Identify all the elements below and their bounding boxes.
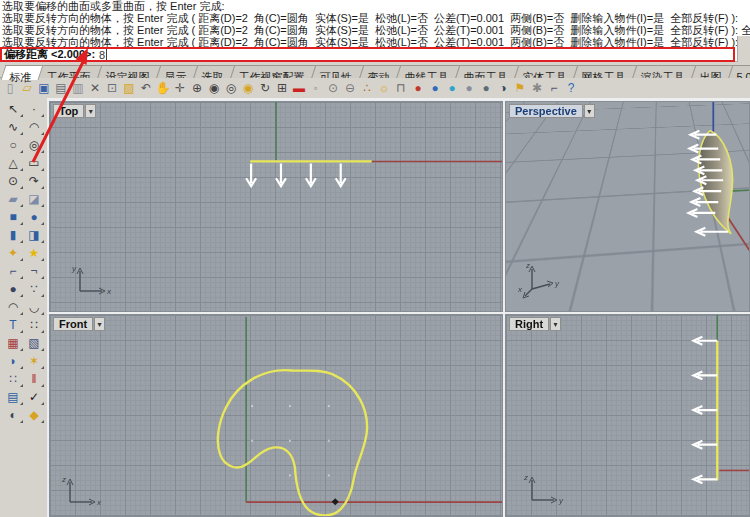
control-points-icon[interactable]: ∴ [359,80,375,97]
zoom-window-icon[interactable]: ◉ [206,80,222,97]
curve-tool[interactable]: ∿ [3,118,24,136]
standard-toolbar: ▯▱▣▤▥✕⊡▨↶✋✛⊕◉◎◉↻⊞▬◦⊙⊖∴☼⊓●●●●●◑⚑✱⌐? [0,78,750,98]
check-tool[interactable]: ✓ [24,388,45,406]
circle-tool[interactable]: ○ [3,136,24,154]
rendered-mode-icon[interactable]: ● [444,80,460,97]
dimension-tool[interactable]: ‖ [24,370,45,388]
boolean-diff-tool[interactable]: ◐ [3,406,24,424]
svg-text:z: z [525,261,530,270]
viewport-title-perspective[interactable]: Perspective [509,104,583,118]
trim-tool[interactable]: ⌐ [3,262,24,280]
print-icon[interactable]: ▤ [53,80,69,97]
surface-patch-tool[interactable]: ◪ [24,190,45,208]
command-history: 选取要偏移的曲面或多重曲面，按 Enter 完成:选取要反转方向的物体，按 En… [0,0,750,48]
points-on-icon[interactable]: ☼ [376,80,392,97]
move-icon[interactable]: ✛ [172,80,188,97]
help-icon[interactable]: ? [563,80,579,97]
pan-icon[interactable]: ✋ [155,80,171,97]
isolate-icon[interactable]: ⊙ [325,80,341,97]
swap-hidden-icon[interactable]: ⊖ [342,80,358,97]
plane-tool[interactable]: ◨ [24,226,45,244]
viewport-menu-dropdown-icon[interactable]: ▾ [584,104,595,118]
viewport-title-right[interactable]: Right [509,317,549,331]
copy-icon[interactable]: ⊡ [104,80,120,97]
rotate-view-icon[interactable]: ↻ [257,80,273,97]
lock-icon[interactable]: ⊓ [393,80,409,97]
revolve-tool[interactable]: ✶ [24,352,45,370]
undo-icon[interactable]: ↶ [138,80,154,97]
interpolate-curve-tool[interactable]: ◠ [24,118,45,136]
group-tool[interactable]: ▦ [3,334,24,352]
viewport-title-front[interactable]: Front [53,317,93,331]
rectangle-tool[interactable]: ▭ [24,154,45,172]
curve-blend-tool[interactable]: ◡ [24,298,45,316]
print-preview-icon[interactable]: ▥ [70,80,86,97]
viewport-perspective[interactable]: Perspective ▾ z y x [505,101,750,312]
command-history-line: 选取要反转方向的物体，按 Enter 完成 ( 距离(D)=2 角(C)=圆角 … [0,24,750,36]
box-tool[interactable]: ■ [3,208,24,226]
save-icon[interactable]: ▣ [36,80,52,97]
xray-mode-icon[interactable]: ● [461,80,477,97]
command-prompt-value[interactable]: 8 [99,49,105,61]
curve-fillet-tool[interactable]: ◠ [3,298,24,316]
arc-tool[interactable]: ↷ [24,172,45,190]
zoom-selected-icon[interactable]: ◉ [240,80,256,97]
ungroup-tool[interactable]: ▧ [24,334,45,352]
world-axis-indicator: z y x [518,259,564,299]
zoom-dynamic-icon[interactable]: ⊕ [189,80,205,97]
offset-direction-arrows [693,337,717,484]
text-cursor [106,49,107,60]
point-tool[interactable]: · [24,100,45,118]
show-objects-icon[interactable]: ◦ [308,80,324,97]
svg-text:z: z [61,475,66,484]
command-scrollbar[interactable] [737,36,750,62]
main-tool-sidebar: ↖·∿◠○◎△▭⊙↷▰◪■●▮◨✦★⌐¬●∵◠◡T∷▦▧◗✶∷‖▤✓◐◆ [0,98,47,517]
ellipse-tool[interactable]: ◎ [24,136,45,154]
link-icon[interactable]: ⌐ [546,80,562,97]
shell-tool[interactable]: ◗ [3,352,24,370]
polygon-tool[interactable]: △ [3,154,24,172]
render-icon[interactable]: ◑ [495,80,511,97]
delete-icon[interactable]: ✕ [87,80,103,97]
surface-3pt-tool[interactable]: ▰ [3,190,24,208]
point-cloud-tool[interactable]: ∵ [24,280,45,298]
hide-objects-icon[interactable]: ▬ [291,80,307,97]
explode-tool[interactable]: ★ [24,244,45,262]
polysurface-tool[interactable]: ▤ [3,388,24,406]
viewport-menu-dropdown-icon[interactable]: ▾ [94,317,105,331]
viewport-layout-icon[interactable]: ⊞ [274,80,290,97]
ghosted-mode-icon[interactable]: ● [478,80,494,97]
fillet-tool[interactable]: ✦ [3,244,24,262]
cplane-axis-indicator: z y [522,470,566,506]
viewport-top[interactable]: Top ▾ y x [49,101,503,312]
viewport-menu-dropdown-icon[interactable]: ▾ [550,317,561,331]
viewport-title-top[interactable]: Top [53,104,84,118]
boolean-tool[interactable]: ● [3,280,24,298]
flag-icon[interactable]: ⚑ [512,80,528,97]
svg-text:x: x [96,498,102,507]
circle-center-tool[interactable]: ⊙ [3,172,24,190]
sphere-tool[interactable]: ● [24,208,45,226]
toolbar-tab-bar: 标准工作平面设定视图显示选取工作视窗配置可见性变动曲线工具曲面工具实体工具网格工… [0,62,750,78]
wireframe-mode-icon[interactable]: ● [427,80,443,97]
cylinder-tool[interactable]: ▮ [3,226,24,244]
viewport-front[interactable]: Front ▾ z x [49,314,503,517]
viewport-menu-dropdown-icon[interactable]: ▾ [85,104,96,118]
shaded-mode-icon[interactable]: ● [410,80,426,97]
split-tool[interactable]: ¬ [24,262,45,280]
zoom-extents-icon[interactable]: ◎ [223,80,239,97]
select-tool[interactable]: ↖ [3,100,24,118]
gear-icon[interactable]: ✱ [529,80,545,97]
paste-icon[interactable]: ▨ [121,80,137,97]
svg-text:y: y [558,496,564,505]
array-tool[interactable]: ∷ [3,370,24,388]
text-tool[interactable]: T [3,316,24,334]
cplane-axis-indicator: y x [70,261,114,297]
control-point-dots [251,405,330,476]
viewport-area: Top ▾ y x [47,98,750,517]
toolbar-tab-1[interactable]: 标准 [1,65,44,80]
viewport-right[interactable]: Right ▾ z y [505,314,750,517]
command-prompt[interactable]: 偏移距离 <2.000>: 8 [0,47,735,62]
points-from-object-tool[interactable]: ∷ [24,316,45,334]
delete-face-tool[interactable]: ◆ [24,406,45,424]
